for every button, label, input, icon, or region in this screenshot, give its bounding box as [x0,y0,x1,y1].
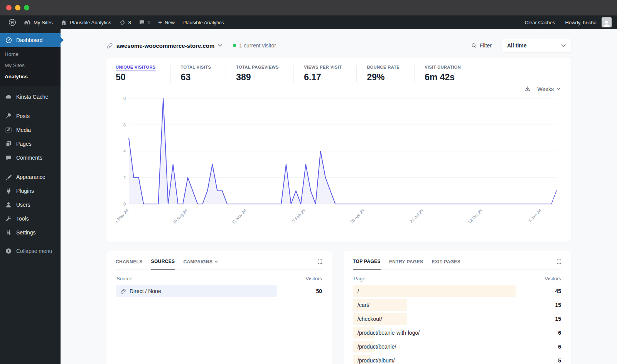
brush-icon [5,173,12,181]
page-row[interactable]: /product/beanie/ 6 [353,341,562,352]
svg-text:8: 8 [123,96,126,101]
wordpress-logo-icon: W [8,19,16,26]
account-menu[interactable]: Howdy, hricha [561,15,612,29]
tab-campaigns[interactable]: CAMPAIGNS [183,259,218,269]
sidebar-item-comments[interactable]: Comments [0,151,61,165]
metric-unique-visitors[interactable]: UNIQUE VISITORS 50 [116,65,170,83]
link-icon [106,42,113,49]
metric-bounce-rate[interactable]: BOUNCE RATE 29% [356,65,414,83]
sidebar-item-settings[interactable]: Settings [0,226,61,239]
my-sites-menu[interactable]: My Sites [20,15,57,29]
chart-toolbar: Weeks [116,86,562,92]
home-icon [61,19,67,26]
online-dot-icon [233,44,236,47]
chevron-down-icon [218,44,222,47]
visitors-line-chart[interactable]: 0246831 May 2419 Aug 2411 Nov 243 Feb 25… [116,92,562,228]
clear-caches-button[interactable]: Clear Caches [521,15,559,29]
howdy-label: Howdy, hricha [565,20,597,25]
wp-logo-menu[interactable]: W [5,15,20,29]
analytics-toolbar: awesome-woocommerce-store.com 1 current … [106,38,571,53]
new-label: New [165,20,175,25]
sidebar-subitem-my-sites[interactable]: My Sites [0,60,61,71]
svg-text:3 Feb 25: 3 Feb 25 [291,208,306,223]
metrics-row: UNIQUE VISITORS 50 TOTAL VISITS 63 TOTAL… [116,65,562,83]
chevron-down-icon [556,88,560,90]
source-row[interactable]: Direct / None 50 [116,285,323,297]
pages-columns: Page Visitors [354,276,561,281]
page-title-item[interactable]: Plausible Analytics [179,15,228,29]
tab-channels[interactable]: CHANNELS [116,259,143,269]
window-titlebar [0,0,617,15]
tab-top-pages[interactable]: TOP PAGES [353,259,381,270]
expand-icon[interactable] [317,259,323,269]
page-row[interactable]: /checkout/ 15 [353,313,562,325]
tab-sources[interactable]: SOURCES [151,259,175,270]
sidebar-item-appearance[interactable]: Appearance [0,170,61,184]
svg-text:4: 4 [123,149,126,153]
collapse-menu-button[interactable]: Collapse menu [0,244,61,258]
svg-text:6: 6 [123,123,126,127]
my-sites-label: My Sites [34,20,53,25]
page-row[interactable]: /cart/ 15 [353,299,562,311]
dashboard-submenu: Home My Sites Analytics [0,47,61,86]
metric-visit-duration[interactable]: VISIT DURATION 6m 42s [414,65,475,83]
sidebar-item-media[interactable]: Media [0,123,61,137]
sidebar-item-tools[interactable]: Tools [0,212,61,226]
minimize-window-button[interactable] [15,5,20,10]
plug-icon [5,187,12,195]
site-domain: awesome-woocommerce-store.com [116,42,214,49]
svg-text:2: 2 [123,175,126,180]
cloud-icon [5,93,12,101]
updates-menu[interactable]: 3 [115,15,135,29]
svg-text:W: W [10,20,14,25]
metric-total-pageviews[interactable]: TOTAL PAGEVIEWS 389 [226,65,293,83]
sidebar-subitem-analytics[interactable]: Analytics [0,71,61,82]
zoom-window-button[interactable] [24,5,29,10]
metric-views-per-visit[interactable]: VIEWS PER VISIT 6.17 [293,65,356,83]
site-selector[interactable]: awesome-woocommerce-store.com [106,42,222,49]
sidebar-item-pages[interactable]: Pages [0,137,61,151]
svg-text:31 May 24: 31 May 24 [116,208,129,226]
pushpin-icon [5,112,12,120]
new-content-menu[interactable]: + New [154,15,179,29]
close-window-button[interactable] [6,5,12,10]
site-name-label: Plausible Analytics [70,20,111,25]
sliders-icon [5,229,12,236]
page-row[interactable]: /product/beanie-with-logo/ 6 [353,327,562,339]
svg-text:13 Oct 25: 13 Oct 25 [467,208,483,224]
download-icon[interactable] [524,86,531,92]
link-icon [120,288,126,294]
sidebar-subitem-home[interactable]: Home [0,49,61,60]
user-icon [5,201,12,209]
updates-count: 3 [128,20,131,25]
current-site-menu[interactable]: Plausible Analytics [57,15,115,29]
pages-icon [5,140,12,148]
tab-exit-pages[interactable]: EXIT PAGES [432,259,460,269]
svg-text:19 Aug 24: 19 Aug 24 [172,208,189,225]
sidebar-item-plugins[interactable]: Plugins [0,184,61,198]
plus-icon: + [158,19,162,26]
tab-entry-pages[interactable]: ENTRY PAGES [389,259,423,269]
interval-select[interactable]: Weeks [537,86,560,92]
expand-icon[interactable] [556,259,562,269]
sidebar-item-label: Dashboard [16,37,43,43]
media-icon [5,126,12,134]
metric-total-visits[interactable]: TOTAL VISITS 63 [170,65,226,83]
page-row[interactable]: /product/album/ 5 [353,355,562,364]
svg-text:28 Apr 25: 28 Apr 25 [349,208,365,224]
sidebar-item-users[interactable]: Users [0,198,61,212]
sources-card: CHANNELS SOURCES CAMPAIGNS Source Visito… [106,251,332,364]
sidebar-item-dashboard[interactable]: Dashboard [0,33,61,47]
comments-menu[interactable]: 0 [135,15,154,29]
filter-button[interactable]: Filter [471,42,492,49]
page-row[interactable]: / 45 [353,285,562,297]
pages-card: TOP PAGES ENTRY PAGES EXIT PAGES Page Vi… [344,251,571,364]
sidebar-item-posts[interactable]: Posts [0,109,61,123]
sidebar-item-kinsta-cache[interactable]: Kinsta Cache [0,90,61,104]
current-visitors: 1 current visitor [233,42,276,49]
date-range-select[interactable]: All time [502,39,571,52]
network-sites-icon [24,19,31,26]
svg-text:11 Nov 24: 11 Nov 24 [231,208,247,225]
analytics-page: awesome-woocommerce-store.com 1 current … [61,29,617,364]
comment-icon [5,154,12,162]
